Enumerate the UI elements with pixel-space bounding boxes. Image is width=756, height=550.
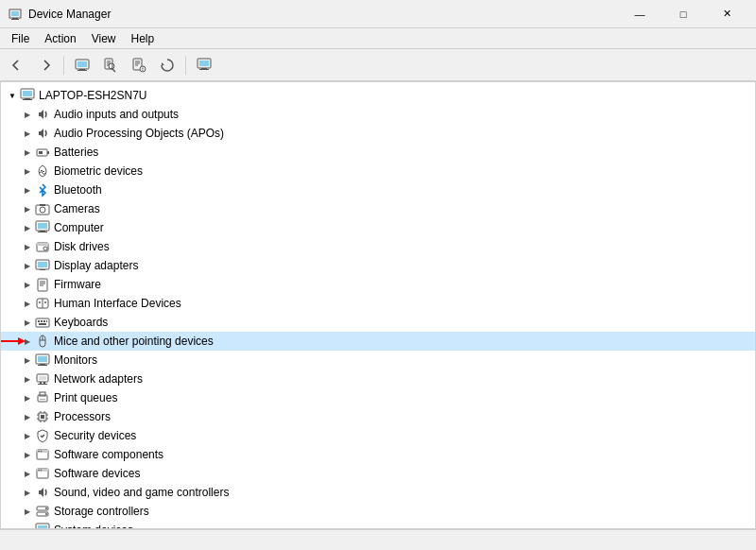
item-label: Storage controllers [54,505,149,518]
computer-button[interactable] [191,53,217,77]
menu-view[interactable]: View [84,30,124,47]
list-item[interactable]: ▶ Monitors [1,351,755,370]
svg-point-20 [143,70,144,71]
svg-rect-23 [199,60,209,66]
item-arrow: ▶ [20,163,35,179]
app-icon [8,7,23,22]
search-button[interactable] [97,53,124,77]
svg-marker-21 [162,62,164,65]
svg-rect-58 [46,320,47,322]
list-item[interactable]: ▶ Audio Processing Objects (APOs) [1,124,755,143]
print-queues-icon [35,390,50,405]
svg-rect-54 [36,318,49,327]
security-devices-icon [35,428,50,443]
svg-rect-65 [38,356,47,362]
svg-rect-44 [38,262,47,267]
item-arrow: ▶ [20,201,35,216]
item-arrow: ▶ [20,239,35,254]
item-arrow: ▶ [20,409,35,424]
list-item[interactable]: ▶ Keyboards [1,313,755,332]
item-arrow: ▶ [20,315,35,330]
list-item[interactable]: ▶ Mice and other pointing devices [1,332,755,351]
list-item[interactable]: ▶ Batteries [1,143,755,162]
list-item[interactable]: ▶ Sound, video and game controllers [1,483,755,502]
list-item[interactable]: ▶ Computer [1,218,755,237]
list-item[interactable]: ▶ Network adapters [1,370,755,388]
list-item[interactable]: ▶ Security devices [1,426,755,445]
svg-rect-1 [11,11,19,16]
item-arrow: ▶ [20,447,35,462]
item-label: Mice and other pointing devices [54,335,214,348]
item-arrow: ▶ [20,126,35,141]
svg-rect-38 [40,231,45,232]
svg-point-94 [41,470,43,472]
item-arrow: ▶ [20,371,35,387]
list-item[interactable]: ▶ Biometric devices [1,162,755,180]
tree-root[interactable]: ▼ LAPTOP-ESH2SN7U [1,86,755,105]
list-item[interactable]: ▶ Cameras [1,199,755,218]
list-item[interactable]: ▶ Print queues [1,388,755,407]
properties-button[interactable] [126,53,152,77]
item-label: Security devices [54,429,136,442]
batteries-icon [35,145,50,160]
list-item[interactable]: ▶ Human Interface Devices [1,294,755,313]
item-label: Software components [54,448,163,461]
menu-help[interactable]: Help [124,30,163,47]
svg-rect-25 [199,69,209,70]
item-label: Batteries [54,146,98,159]
root-label: LAPTOP-ESH2SN7U [39,89,147,102]
list-item[interactable]: ▶ Processors [1,407,755,426]
svg-point-52 [39,301,41,303]
list-item[interactable]: ▶ Software devices [1,464,755,483]
item-arrow: ▶ [20,428,35,443]
svg-rect-6 [79,69,85,70]
bluetooth-icon [35,182,50,198]
svg-rect-59 [39,323,46,325]
cameras-icon [35,201,50,216]
item-label: Monitors [54,353,97,367]
close-button[interactable]: ✕ [705,0,748,28]
menu-file[interactable]: File [4,30,37,47]
refresh-button[interactable] [154,53,180,77]
disk-drives-icon [35,239,50,254]
sound-video-icon [35,485,50,500]
item-arrow: ▶ [20,504,35,519]
toolbar-sep-2 [185,56,186,75]
list-item[interactable]: ▶ Display adapters [1,256,755,275]
computer-icon [35,220,50,235]
list-item[interactable]: ▶ Disk drives [1,237,755,256]
svg-point-97 [45,507,47,509]
back-button[interactable] [4,53,30,77]
list-item[interactable]: ▶ Bluetooth [1,180,755,199]
menu-action[interactable]: Action [37,30,83,47]
system-devices-icon [35,523,50,529]
forward-button[interactable] [32,53,59,77]
list-item[interactable]: ▶ Software components [1,445,755,464]
item-arrow: ▶ [20,182,35,198]
svg-rect-45 [40,269,45,270]
status-bar [0,529,756,550]
item-arrow: ▶ [20,466,35,481]
item-label: Sound, video and game controllers [54,486,229,499]
item-label: Audio inputs and outputs [54,108,179,121]
mice-icon [35,334,50,349]
item-arrow: ▶ [20,296,35,311]
item-label: Computer [54,221,104,234]
window-title: Device Manager [28,8,618,21]
item-label: Cameras [54,202,100,215]
minimize-button[interactable]: — [618,0,662,28]
svg-rect-31 [39,151,43,154]
list-item[interactable]: ▶ Firmware [1,275,755,294]
list-item[interactable]: ▶ Storage controllers [1,502,755,521]
maximize-button[interactable]: □ [662,0,705,28]
list-item[interactable]: ▶ Audio inputs and outputs [1,105,755,124]
device-manager-button[interactable] [69,53,95,77]
processors-icon [35,409,50,424]
svg-rect-56 [41,320,43,322]
storage-controllers-icon [35,504,50,519]
menu-bar: File Action View Help [0,28,756,49]
svg-point-90 [41,451,43,453]
list-item[interactable]: ▶ System devices [1,521,755,529]
network-adapters-icon [35,371,50,387]
svg-point-53 [44,301,46,303]
